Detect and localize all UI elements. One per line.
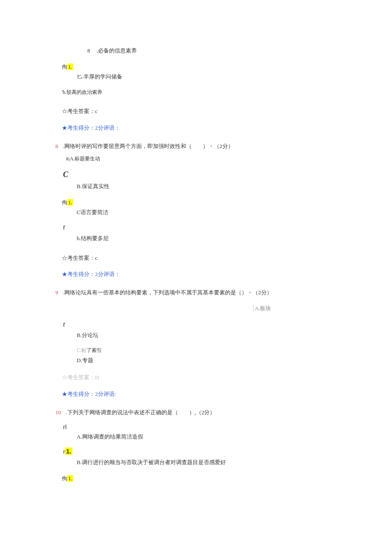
q9-opt-c-block: C.帖了索引 [77, 347, 337, 354]
q7-tail: 8 .必备的信息素养 佝1. 匕.丰厚的学问储备 'b.较高的政治索养 ☆考生答… [55, 47, 337, 132]
question-8: 8 .网络时评的写作要留意两个方面，即加强时效性和（ ）・（2分） R|A.标题… [55, 142, 337, 279]
q7-gou-prefix: 佝 [62, 64, 67, 70]
q7-num: 8 [87, 47, 90, 54]
q9-opt-c-dark: 了索引 [86, 347, 102, 353]
q8-score: ★考生得分：2分评语： [62, 270, 337, 278]
q7-score: ★考生得分：2分评语： [62, 124, 337, 132]
q10-opt-a: A.网络调查的结果简洁造假 [77, 433, 337, 441]
q10-gou-hl: 1. [67, 475, 73, 482]
q8-opt-a-prefix: R| [66, 157, 70, 161]
q10-gou-row: 佝1. [62, 475, 337, 482]
q7-opt-a: .必备的信息素养 [97, 47, 137, 54]
q9-score-star: ★考生 [62, 391, 78, 397]
q8-line: 8 .网络时评的写作要留意两个方面，即加强时效性和（ ）・（2分） [55, 142, 337, 150]
q8-r-mark: r [63, 223, 337, 232]
q8-score-star: ★考生 [62, 271, 78, 277]
q7-answer: ☆考生答案：c [62, 108, 337, 115]
q10-line: 10 .下列关于网络调查的说法中表述不正确的是（ ）,（2分） [55, 409, 337, 416]
q10-gou-prefix: 佝 [62, 475, 67, 482]
q8-question: .网络时评的写作要留意两个方面，即加强时效性和（ ）・（2分） [63, 143, 233, 149]
q10-num: 10 [55, 409, 61, 416]
q9-opt-a: A.板块 [187, 305, 337, 312]
q7-score-rest: 得分：2分评语： [78, 125, 120, 131]
q8-c-mark: C [63, 169, 337, 180]
q10-opt-b: B.调行进行的顺当与否取决于被调台者对调查题目是否感爱好 [77, 459, 337, 466]
q9-opt-c-gray: C.帖 [77, 347, 86, 353]
q9-opt-b: B.分论坛 [77, 331, 337, 339]
q7-gou-row: 佝1. [62, 63, 337, 71]
q10-r1-hl: 1. [65, 447, 72, 455]
q8-score-rest: 得分：2分评语： [78, 271, 120, 277]
q9-question: .网络论坛具有一些基本的结构要素，下列选项中不属于其基本要素的是（）・（2分） [63, 289, 272, 296]
q7-score-star: ★考生 [62, 125, 78, 131]
q8-gou-prefix: 佝 [62, 199, 67, 206]
q9-opt-c: C.帖了索引 [77, 347, 337, 354]
q9-opt-a-text: A.板块 [253, 305, 271, 311]
q8-opt-b: B.保证真实性 [77, 183, 337, 190]
question-9: 9 .网络论坛具有一些基本的结构要素，下列选项中不属于其基本要素的是（）・（2分… [55, 289, 337, 398]
q7-opt-d: 'b.较高的政治索养 [62, 89, 337, 96]
q7-opt-a-row: 8 .必备的信息素养 [87, 47, 337, 55]
q9-answer: ☆考生答案：D [62, 374, 337, 381]
q9-num: 9 [55, 289, 58, 296]
q9-r-mark: r [63, 320, 337, 329]
q10-rl-mark: rl [63, 422, 337, 431]
q7-gou-hl: 1. [67, 64, 73, 70]
q8-opt-d: b.结构要多层 [77, 235, 337, 242]
q10-r1-row: r1. [63, 447, 337, 456]
q8-gou-hl: 1. [67, 199, 73, 206]
q9-opt-d: D.专题 [77, 357, 337, 364]
q8-gou-row: 佝1. [62, 199, 337, 206]
q8-opt-a: A.标题要生动 [70, 156, 101, 162]
q9-score: ★考生得分：2分评语: [62, 390, 337, 398]
q8-answer: ☆考生答案：c [62, 254, 337, 262]
q9-line: 9 .网络论坛具有一些基本的结构要素，下列选项中不属于其基本要素的是（）・（2分… [55, 289, 337, 296]
question-10: 10 .下列关于网络调查的说法中表述不正确的是（ ）,（2分） rl A.网络调… [55, 409, 337, 483]
q8-num: 8 [55, 143, 58, 149]
q8-opt-c: C语言要简洁 [77, 209, 337, 216]
q10-question: .下列关于网络调查的说法中表述不正确的是（ ）,（2分） [66, 409, 215, 416]
q9-score-rest: 得分：2分评语: [78, 391, 116, 397]
q7-opt-c: 匕.丰厚的学问储备 [77, 73, 337, 81]
q8-opt-a-row: R|A.标题要生动 [66, 155, 337, 163]
